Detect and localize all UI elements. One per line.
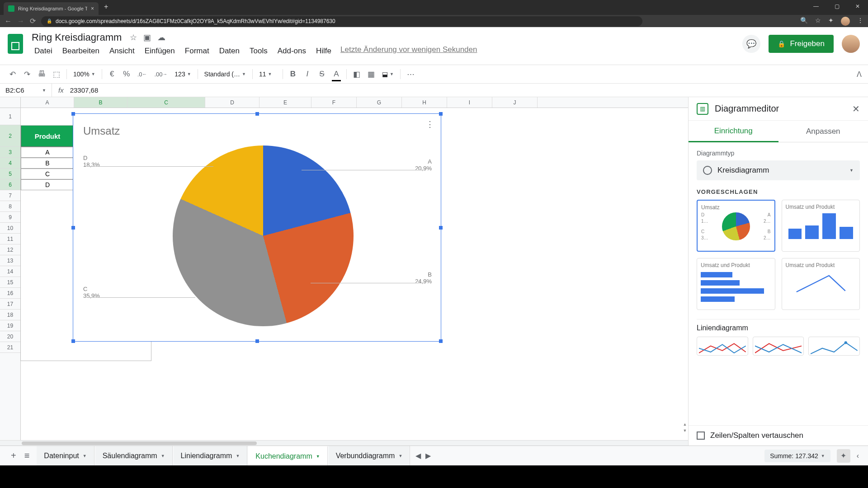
quicksum-display[interactable]: Summe: 127.342▼: [764, 450, 830, 462]
menu-daten[interactable]: Daten: [215, 45, 244, 57]
line-thumb-2[interactable]: [753, 337, 804, 356]
print-button[interactable]: 🖶: [35, 68, 48, 80]
browser-menu-icon[interactable]: ⋮: [857, 17, 863, 26]
redo-button[interactable]: ↷: [21, 68, 33, 81]
col-header-E[interactable]: E: [259, 97, 311, 108]
bold-button[interactable]: B: [287, 68, 299, 80]
row-header-9[interactable]: 9: [0, 212, 20, 223]
formula-input[interactable]: 23307,68: [70, 86, 868, 94]
chart-object[interactable]: Umsatz ⋮ A 20,9% B 24,9%: [73, 113, 441, 342]
merge-cells-button[interactable]: ⬓▼: [379, 69, 396, 80]
cell-B4[interactable]: B: [21, 158, 74, 169]
collapse-toolbar-button[interactable]: ᐱ: [857, 70, 862, 79]
row-header-16[interactable]: 16: [0, 288, 20, 299]
row-header-11[interactable]: 11: [0, 234, 20, 244]
cell-B3[interactable]: A: [21, 147, 74, 158]
reload-button[interactable]: ⟳: [30, 17, 36, 25]
zoom-icon[interactable]: 🔍: [800, 17, 808, 26]
sheet-tab-saeulen[interactable]: Säulendiagramm▼: [95, 446, 173, 466]
close-tab-icon[interactable]: ×: [91, 5, 94, 12]
currency-button[interactable]: €: [106, 68, 118, 80]
number-format-select[interactable]: 123▼: [172, 69, 193, 80]
suggestion-bar[interactable]: Umsatz und Produkt: [697, 258, 775, 310]
account-avatar[interactable]: [842, 35, 860, 53]
star-icon[interactable]: ☆: [815, 17, 821, 26]
menu-einfuegen[interactable]: Einfügen: [140, 45, 179, 57]
forward-button[interactable]: →: [17, 17, 24, 25]
sheet-nav-prev[interactable]: ◀: [415, 451, 421, 460]
row-header-13[interactable]: 13: [0, 255, 20, 266]
undo-button[interactable]: ↶: [6, 68, 19, 81]
comments-button[interactable]: 💬: [742, 35, 760, 53]
row-header-5[interactable]: 5: [0, 169, 20, 179]
new-tab-button[interactable]: +: [104, 3, 108, 13]
last-edit-info[interactable]: Letzte Änderung vor wenigen Sekunden: [340, 45, 477, 57]
cloud-status-icon[interactable]: ☁: [157, 33, 165, 42]
sheets-logo-icon[interactable]: [5, 31, 25, 56]
suggestion-column[interactable]: Umsatz und Produkt: [782, 200, 860, 252]
row-header-21[interactable]: 21: [0, 342, 20, 353]
menu-addons[interactable]: Add-ons: [273, 45, 311, 57]
row-header-18[interactable]: 18: [0, 310, 20, 320]
increase-decimal-button[interactable]: .00→: [151, 69, 170, 80]
col-header-B[interactable]: B: [74, 97, 127, 108]
suggestion-line[interactable]: Umsatz und Produkt: [782, 258, 860, 310]
row-header-19[interactable]: 19: [0, 320, 20, 331]
chart-menu-icon[interactable]: ⋮: [426, 119, 434, 129]
explore-button[interactable]: ✦: [837, 449, 850, 463]
percent-button[interactable]: %: [120, 68, 133, 80]
side-panel-toggle[interactable]: ‹: [857, 452, 859, 460]
close-editor-button[interactable]: ✕: [852, 103, 860, 114]
browser-tab[interactable]: Ring Kreisdiagramm - Google Ta ×: [4, 2, 99, 15]
line-thumb-1[interactable]: [697, 337, 748, 356]
row-header-17[interactable]: 17: [0, 299, 20, 310]
sheet-tab-kuchen[interactable]: Kuchendiagramm▼: [248, 446, 327, 466]
sheet-tab-linien[interactable]: Liniendiagramm▼: [174, 446, 248, 466]
back-button[interactable]: ←: [5, 17, 12, 25]
scroll-down-icon[interactable]: ▼: [682, 428, 688, 435]
row-header-6[interactable]: 6: [0, 179, 20, 190]
sheet-tab-dateninput[interactable]: Dateninput▼: [37, 446, 94, 466]
sheet-tab-verbund[interactable]: Verbunddiagramm▼: [329, 446, 410, 466]
row-header-1[interactable]: 1: [0, 108, 20, 125]
switch-rows-checkbox[interactable]: [697, 432, 705, 440]
menu-bearbeiten[interactable]: Bearbeiten: [58, 45, 104, 57]
col-header-D[interactable]: D: [205, 97, 259, 108]
all-sheets-button[interactable]: ≡: [24, 450, 30, 461]
row-header-14[interactable]: 14: [0, 266, 20, 277]
row-header-8[interactable]: 8: [0, 201, 20, 212]
profile-avatar-icon[interactable]: [841, 17, 850, 26]
row-header-2[interactable]: 2: [0, 125, 20, 147]
font-size-select[interactable]: 11▼: [256, 69, 279, 80]
document-title[interactable]: Ring Kreisdiagramm: [30, 31, 123, 44]
menu-datei[interactable]: Datei: [30, 45, 57, 57]
cell-B5[interactable]: C: [21, 169, 74, 179]
tab-setup[interactable]: Einrichtung: [689, 121, 778, 142]
suggestion-pie[interactable]: Umsatz D 1… A 2… C 3… B 2…: [697, 200, 775, 252]
italic-button[interactable]: I: [301, 68, 314, 80]
row-header-10[interactable]: 10: [0, 223, 20, 234]
row-header-3[interactable]: 3: [0, 147, 20, 158]
cell-B6[interactable]: D: [21, 179, 74, 190]
col-header-C[interactable]: C: [127, 97, 205, 108]
cell-grid[interactable]: Produkt A B C D: [21, 108, 688, 440]
paint-format-button[interactable]: ⬚: [50, 68, 63, 81]
decrease-decimal-button[interactable]: .0←: [135, 69, 150, 80]
fill-color-button[interactable]: ◧: [350, 68, 363, 81]
close-window-button[interactable]: ✕: [847, 0, 868, 13]
menu-tools[interactable]: Tools: [245, 45, 272, 57]
col-header-G[interactable]: G: [357, 97, 402, 108]
chart-type-select[interactable]: Kreisdiagramm ▼: [697, 160, 860, 180]
strikethrough-button[interactable]: S: [316, 68, 328, 80]
extensions-icon[interactable]: ✦: [828, 17, 834, 26]
share-button[interactable]: 🔒 Freigeben: [769, 35, 834, 53]
col-header-I[interactable]: I: [447, 97, 492, 108]
sheet-nav-next[interactable]: ▶: [425, 451, 431, 460]
row-header-15[interactable]: 15: [0, 277, 20, 288]
font-select[interactable]: Standard (…▼: [202, 69, 249, 80]
col-header-H[interactable]: H: [402, 97, 447, 108]
name-box[interactable]: B2:C6▼: [0, 84, 52, 97]
row-header-20[interactable]: 20: [0, 331, 20, 342]
menu-format[interactable]: Format: [180, 45, 214, 57]
row-header-4[interactable]: 4: [0, 158, 20, 169]
